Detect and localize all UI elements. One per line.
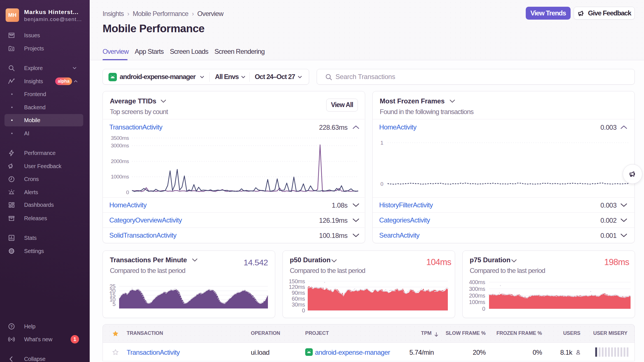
svg-text:5: 5 [112,301,115,307]
svg-text:1000ms: 1000ms [111,174,129,180]
svg-text:0: 0 [380,181,383,187]
svg-text:400ms: 400ms [469,279,485,285]
svg-text:3000ms: 3000ms [111,143,129,148]
svg-text:100ms: 100ms [469,299,485,305]
svg-text:300ms: 300ms [469,286,485,292]
svg-text:2000ms: 2000ms [111,158,129,164]
svg-text:60ms: 60ms [292,296,305,302]
svg-text:90ms: 90ms [292,290,305,296]
svg-text:?: ? [10,324,13,329]
svg-text:3500ms: 3500ms [111,135,129,141]
svg-text:0: 0 [126,189,129,195]
svg-text:30ms: 30ms [292,301,305,308]
svg-text:0: 0 [482,306,485,312]
svg-text:1: 1 [380,140,383,146]
svg-text:0: 0 [302,307,305,312]
svg-text:120ms: 120ms [289,284,305,290]
svg-text:150ms: 150ms [289,278,305,284]
svg-text:200ms: 200ms [469,293,485,299]
